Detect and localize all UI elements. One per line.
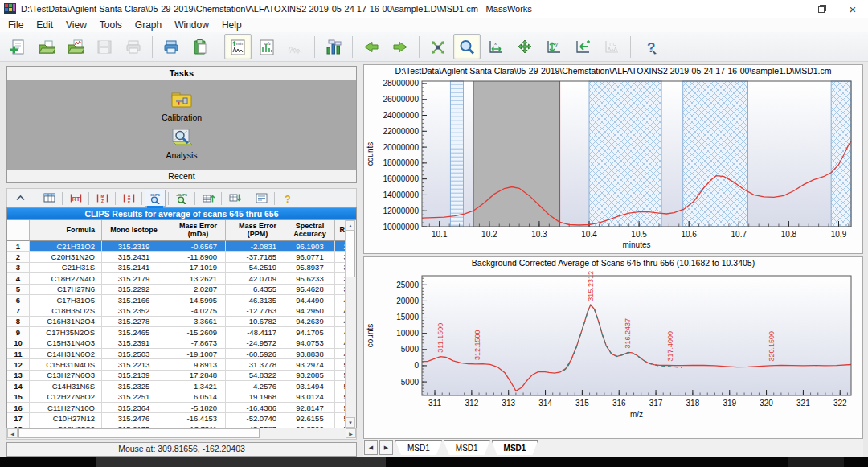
column-header-row-number[interactable] (7, 220, 30, 241)
column-header-spectral[interactable]: Spectral Accuracy (285, 220, 335, 241)
vertical-scrollbar[interactable]: ▲ ▼ (345, 220, 356, 428)
helpbig-icon: ? (641, 39, 658, 55)
table-row[interactable]: 17C10H27N12315.2476-16.4153-52.074092.61… (7, 413, 346, 424)
chromatogram-view-button[interactable]: min (224, 34, 252, 59)
menu-edit[interactable]: Edit (30, 18, 59, 31)
toolbar-separator (221, 192, 222, 205)
task-calibration[interactable]: Calibration (162, 91, 202, 122)
zoom-y-button[interactable]: y (540, 34, 567, 59)
table-row[interactable]: 6C17H31O5315.216614.599546.313594.449043… (7, 295, 346, 305)
vertical-scroll-thumb[interactable] (346, 231, 355, 277)
tic-chart[interactable]: D:\TestData\Agilent Santa Clara\05-29-20… (363, 64, 863, 254)
table-row[interactable]: 2C20H31N2O315.2431-11.8900-37.718596.077… (7, 252, 346, 262)
column-header-mass-error[interactable]: Mass Error (mDa) (166, 220, 226, 241)
table-row[interactable]: 16C11H27N10O315.2364-5.1820-16.438692.81… (7, 403, 346, 413)
table-row[interactable]: 12C15H31N4OS315.22139.891331.377893.2974… (7, 359, 346, 370)
svg-text:28000000: 28000000 (383, 79, 420, 88)
column-header-mono-isotope[interactable]: Mono Isotope (102, 220, 166, 241)
selected-scan-region[interactable] (473, 81, 559, 227)
table-row[interactable]: 15C12H27N8O2315.22516.051419.196893.0124… (7, 391, 346, 402)
scroll-up-button[interactable]: ▲ (346, 220, 355, 231)
menu-tools[interactable]: Tools (93, 18, 129, 31)
table-row[interactable]: 10C15H31N4O3315.2391-7.8673-24.957294.07… (7, 338, 346, 349)
tab-scroll-left-button[interactable]: ◀ (364, 440, 378, 455)
spectrum-view-button[interactable]: m/z (253, 34, 280, 59)
svg-text:20000000: 20000000 (383, 143, 420, 152)
table-row[interactable]: 5C17H27N6315.22922.02876.435595.46283527 (7, 285, 346, 295)
mz-range-button[interactable]: MZ (92, 190, 113, 207)
tab-msd1-0[interactable]: MSD1 (395, 440, 442, 455)
hatched-region[interactable] (683, 81, 748, 227)
menu-view[interactable]: View (59, 18, 93, 31)
zoom-x-button[interactable]: x (482, 34, 510, 59)
svg-text:315: 315 (575, 399, 589, 408)
cell: C14H31N6O2 (30, 349, 102, 359)
hatched-region[interactable] (831, 81, 851, 227)
zoom-button[interactable] (453, 34, 481, 59)
report-button[interactable] (251, 190, 272, 207)
table-row[interactable]: 8C16H31N2O4315.22783.366110.678294.26394… (7, 317, 346, 327)
table-view-button[interactable] (39, 190, 59, 207)
table-row[interactable]: 14C14H31N6S315.2325-1.3421-4.257693.1494… (7, 381, 346, 391)
svg-text:20000: 20000 (396, 297, 419, 305)
export-up-button[interactable] (198, 190, 219, 207)
amplitude-button[interactable]: AMP (118, 190, 139, 207)
collapse-button[interactable] (10, 190, 31, 207)
cell: 13.2621 (166, 273, 226, 284)
back-button[interactable] (358, 34, 385, 59)
rt-range-button[interactable]: RT (65, 190, 86, 207)
restore-button[interactable] (807, 0, 837, 18)
tic-plot[interactable]: 10.110.210.310.410.510.610.710.810.91000… (364, 77, 862, 252)
table-row[interactable]: 9C17H35N2OS315.2465-15.2609-48.411794.17… (7, 327, 346, 338)
hatched-region[interactable] (450, 81, 463, 227)
table-row[interactable]: 11C14H31N6O2315.2503-19.1007-60.592693.8… (7, 349, 346, 359)
shift-left-button[interactable] (569, 34, 596, 59)
menu-help[interactable]: Help (215, 18, 248, 31)
table-row[interactable]: 1C21H31O2315.2319-0.6567-2.083196.190329… (7, 241, 346, 252)
paste-button[interactable] (186, 34, 214, 59)
scroll-left-button[interactable]: ◀ (7, 428, 18, 438)
results-help-button[interactable]: ? (277, 190, 298, 207)
hatched-region[interactable] (589, 81, 661, 227)
export-down-button[interactable] (224, 190, 245, 207)
pan-button[interactable] (511, 34, 538, 59)
full-scale-button[interactable] (424, 34, 452, 59)
table-row[interactable]: 13C13H27N6O3315.213917.284854.832293.208… (7, 371, 346, 381)
open-button[interactable] (33, 34, 60, 59)
scroll-right-button[interactable]: ▶ (346, 428, 356, 438)
table-row[interactable]: 3C21H31S315.214117.101954.251995.8937319… (7, 263, 346, 273)
menu-graph[interactable]: Graph (129, 18, 168, 31)
minimize-button[interactable]: — (776, 0, 807, 18)
menu-window[interactable]: Window (168, 18, 215, 31)
tic-button: TIC (598, 34, 625, 59)
recent-bar[interactable]: Recent (7, 170, 356, 182)
task-analysis[interactable]: Analysis (166, 127, 197, 160)
column-header-formula[interactable]: Formula (30, 220, 102, 241)
sclips-search-button[interactable]: sCLIPS (171, 190, 192, 207)
column-header-mass-error[interactable]: Mass Error (PPM) (226, 220, 285, 241)
table-row[interactable]: 18C18H35S2315.217513.731143.558792.35005… (7, 424, 346, 428)
spectrum-plot[interactable]: 311312313314315316317318319320321322-500… (364, 269, 862, 437)
table-row[interactable]: 7C18H35O2S315.2352-4.0275-12.776394.2950… (7, 305, 346, 316)
tab-msd1-2[interactable]: MSD1 (492, 440, 538, 455)
open-data-button[interactable] (62, 34, 89, 59)
horizontal-scroll-thumb[interactable] (18, 428, 260, 438)
close-button[interactable]: × (837, 0, 868, 18)
clips-search-button[interactable]: CLIPS (145, 190, 166, 207)
calibration-view-button[interactable] (320, 34, 347, 59)
cell: 93.0124 (285, 391, 335, 402)
cell: 315.2213 (102, 359, 166, 370)
help-button[interactable]: ? (636, 34, 663, 59)
scroll-down-button[interactable]: ▼ (346, 417, 355, 428)
tab-msd1-1[interactable]: MSD1 (444, 440, 490, 455)
horizontal-scrollbar[interactable]: ◀ ▶ (6, 428, 357, 440)
new-button[interactable] (4, 34, 31, 59)
svg-text:10.5: 10.5 (631, 230, 647, 239)
spectrum-chart[interactable]: Background Corrected Average of Scans 64… (363, 256, 863, 439)
table-row[interactable]: 4C18H27N4O315.217913.262142.070995.62333… (7, 273, 346, 284)
print-setup-button[interactable] (158, 34, 185, 59)
menu-file[interactable]: File (2, 18, 30, 31)
overlay-spectra-button (282, 34, 309, 59)
tab-scroll-right-button[interactable]: ▶ (379, 440, 393, 455)
forward-button[interactable] (387, 34, 414, 59)
